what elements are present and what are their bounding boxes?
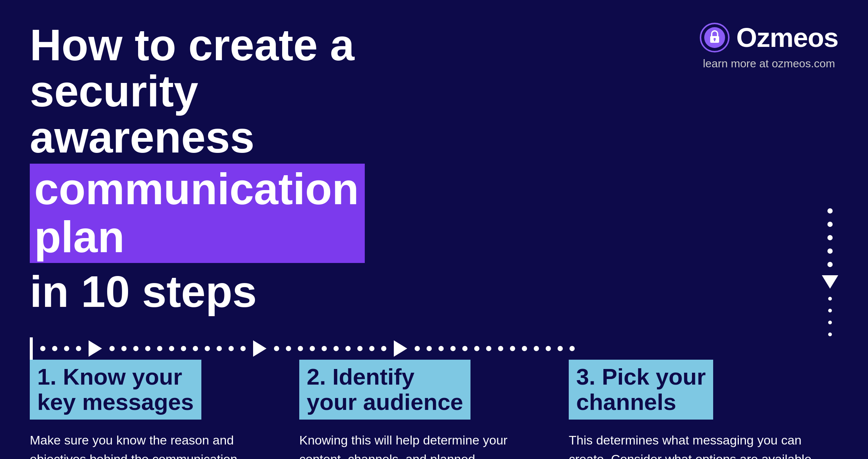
timeline-dot	[569, 346, 575, 351]
timeline-dot	[40, 346, 45, 351]
timeline-dot	[121, 346, 127, 351]
lock-shield-icon	[700, 23, 730, 52]
right-dot	[827, 248, 833, 254]
timeline-dot	[322, 346, 327, 351]
step-3-title: 3. Pick yourchannels	[576, 364, 706, 415]
timeline-dot	[133, 346, 138, 351]
dot-segment-1	[40, 346, 81, 351]
title-area: How to create a security awareness commu…	[30, 22, 365, 315]
steps-container: 1. Know yourkey messages Make sure you k…	[30, 360, 838, 459]
timeline-dot	[52, 346, 57, 351]
right-arrow-down	[822, 275, 838, 289]
timeline-dot	[357, 346, 363, 351]
logo-name: Ozmeos	[736, 22, 838, 53]
timeline-dot	[498, 346, 503, 351]
timeline-start-bar	[30, 337, 33, 360]
timeline-dot	[510, 346, 515, 351]
timeline-dot	[217, 346, 222, 351]
timeline-dot	[64, 346, 69, 351]
timeline-dot	[157, 346, 162, 351]
logo-area: Ozmeos learn more at ozmeos.com	[700, 22, 838, 70]
step-1: 1. Know yourkey messages Make sure you k…	[30, 360, 299, 459]
timeline-dot	[486, 346, 491, 351]
right-dot	[828, 321, 832, 324]
timeline-dot	[298, 346, 303, 351]
right-dot	[828, 333, 832, 336]
step-2-title: 2. Identifyyour audience	[307, 364, 463, 415]
timeline-dot	[240, 346, 246, 351]
step-3-title-box: 3. Pick yourchannels	[569, 360, 713, 419]
title-line1: How to create a	[30, 22, 365, 68]
dot-segment-2	[109, 346, 246, 351]
right-dot	[828, 297, 832, 301]
step-1-title-box: 1. Know yourkey messages	[30, 360, 201, 419]
timeline-dot	[345, 346, 351, 351]
main-container: Ozmeos learn more at ozmeos.com How to c…	[0, 0, 868, 459]
timeline-dot	[522, 346, 527, 351]
timeline-dot	[546, 346, 551, 351]
timeline-dot	[415, 346, 420, 351]
right-dot	[827, 235, 833, 240]
timeline-dot	[181, 346, 186, 351]
title-highlight: communication plan	[30, 164, 365, 263]
timeline-dot	[286, 346, 291, 351]
timeline-dot	[381, 346, 386, 351]
step-1-description: Make sure you know the reason and object…	[30, 431, 277, 459]
timeline-dot	[145, 346, 150, 351]
step-1-title: 1. Know yourkey messages	[37, 364, 194, 415]
timeline-dot	[169, 346, 174, 351]
step-3-description: This determines what messaging you can c…	[569, 431, 816, 459]
timeline-dot	[334, 346, 339, 351]
step-2-title-box: 2. Identifyyour audience	[299, 360, 470, 419]
timeline-dot	[427, 346, 432, 351]
timeline-dot	[76, 346, 81, 351]
right-dot	[828, 309, 832, 312]
dot-segment-4	[415, 346, 575, 351]
timeline-dot	[193, 346, 198, 351]
timeline-dot	[462, 346, 467, 351]
timeline-dot	[558, 346, 563, 351]
timeline-track	[30, 337, 838, 360]
logo-subtitle: learn more at ozmeos.com	[703, 57, 835, 70]
timeline-dot	[474, 346, 479, 351]
step-2: 2. Identifyyour audience Knowing this wi…	[299, 360, 569, 459]
timeline-dot	[229, 346, 234, 351]
timeline-dot	[369, 346, 374, 351]
timeline-section: 1. Know yourkey messages Make sure you k…	[30, 337, 838, 459]
timeline-arrow-1	[89, 340, 102, 357]
step-3: 3. Pick yourchannels This determines wha…	[569, 360, 838, 459]
title-line2: security awareness	[30, 68, 365, 161]
right-dot	[827, 208, 833, 214]
timeline-arrow-3	[394, 340, 407, 357]
svg-rect-4	[714, 40, 715, 41]
timeline-dot	[438, 346, 444, 351]
step-2-description: Knowing this will help determine your co…	[299, 431, 546, 459]
title-line3: in 10 steps	[30, 269, 365, 315]
logo-row: Ozmeos	[700, 22, 838, 53]
dot-segment-3	[274, 346, 386, 351]
right-side-dots	[822, 208, 838, 336]
timeline-dot	[534, 346, 539, 351]
timeline-arrow-2	[253, 340, 267, 357]
timeline-dot	[450, 346, 456, 351]
right-dot	[827, 222, 833, 227]
right-dot	[827, 262, 833, 267]
timeline-dot	[274, 346, 279, 351]
timeline-dot	[310, 346, 315, 351]
timeline-dot	[109, 346, 115, 351]
timeline-dot	[205, 346, 210, 351]
